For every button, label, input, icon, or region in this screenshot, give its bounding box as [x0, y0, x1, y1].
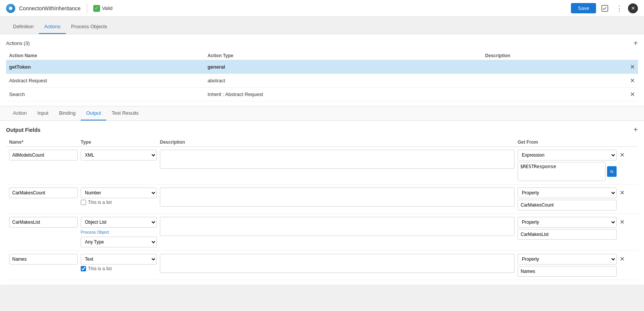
field-getfrom-select-2[interactable]: Expression Property	[518, 217, 617, 228]
table-row[interactable]: Abstract Request abstract ✕	[6, 74, 638, 88]
divider	[87, 4, 87, 13]
action-type-cell: Inherit : Abstract Request	[204, 88, 482, 101]
col-name: Name*	[9, 139, 78, 145]
sub-tab-action[interactable]: Action	[8, 106, 32, 120]
field-delete-col-0: ✕	[620, 150, 635, 159]
field-getfrom-select-3[interactable]: Expression Property	[518, 254, 617, 265]
getfrom-value-row-0: $RESTResponse fx	[518, 162, 617, 181]
field-delete-col-1: ✕	[620, 188, 635, 196]
process-obj-label-2: Process Object	[81, 230, 157, 234]
field-checkbox-label-1: This is a list	[88, 200, 112, 205]
col-description: Description	[482, 51, 623, 60]
output-title: Output Fields	[6, 127, 40, 133]
delete-field-1-button[interactable]: ✕	[620, 188, 625, 196]
field-type-col-2: XML Number Text Object List Process Obje…	[81, 217, 157, 247]
actions-section: Actions (3) + Action Name Action Type De…	[0, 34, 644, 106]
field-getfrom-select-1[interactable]: Expression Property	[518, 188, 617, 198]
more-options-icon-btn[interactable]: ⋮	[614, 3, 625, 14]
field-desc-col-1	[160, 188, 515, 208]
field-getfrom-value-3[interactable]	[518, 266, 617, 277]
tab-definition[interactable]: Definition	[8, 20, 39, 34]
checkmark-icon-btn[interactable]	[599, 3, 611, 14]
delete-row-0-button[interactable]: ✕	[630, 63, 635, 71]
field-name-input-2[interactable]	[9, 217, 78, 228]
field-desc-col-0	[160, 150, 515, 170]
tab-actions[interactable]: Actions	[39, 20, 66, 34]
delete-row-2-button[interactable]: ✕	[630, 91, 635, 98]
table-row[interactable]: Search Inherit : Abstract Request ✕	[6, 88, 638, 101]
col-action-type: Action Type	[204, 51, 482, 60]
top-bar: ConnectorWithInheritance ✓ Valid Save ⋮ …	[0, 0, 644, 17]
delete-field-2-button[interactable]: ✕	[620, 217, 625, 226]
field-name-col-3	[9, 254, 78, 265]
field-desc-textarea-1[interactable]	[160, 188, 515, 207]
action-name-cell: Search	[6, 88, 204, 101]
field-desc-textarea-3[interactable]	[160, 254, 515, 273]
fx-button-0[interactable]: fx	[607, 166, 617, 177]
field-getfrom-col-3: Expression Property	[518, 254, 617, 277]
field-getfrom-value-2[interactable]	[518, 229, 617, 240]
action-name-cell: Abstract Request	[6, 74, 204, 88]
sub-tab-input[interactable]: Input	[32, 106, 54, 120]
delete-row-1-button[interactable]: ✕	[630, 77, 635, 84]
field-name-input-3[interactable]	[9, 254, 78, 265]
field-any-type-select-2[interactable]: Any Type	[81, 237, 157, 247]
sub-tabs: Action Input Binding Output Test Results	[0, 106, 644, 121]
sub-tab-binding[interactable]: Binding	[54, 106, 81, 120]
actions-toggle[interactable]: Actions (3)	[6, 40, 30, 46]
field-desc-col-2	[160, 217, 515, 237]
field-checkbox-1[interactable]	[81, 200, 86, 205]
field-delete-col-3: ✕	[620, 254, 635, 263]
col-type: Type	[81, 139, 157, 145]
field-type-select-1[interactable]: XML Number Text Object List	[81, 188, 157, 198]
field-type-select-0[interactable]: XML Number Text Object List	[81, 150, 157, 160]
field-name-input-1[interactable]	[9, 188, 78, 198]
action-desc-cell	[482, 74, 623, 88]
add-action-button[interactable]: +	[633, 39, 638, 48]
field-row-0: XML Number Text Object List Expression P…	[6, 147, 638, 184]
delete-field-3-button[interactable]: ✕	[620, 254, 625, 263]
field-name-input-0[interactable]	[9, 150, 78, 160]
actions-table: Action Name Action Type Description getT…	[6, 51, 638, 101]
col-actions	[620, 139, 635, 145]
action-desc-cell	[482, 88, 623, 101]
table-row[interactable]: getToken general ✕	[6, 60, 638, 74]
col-action-name: Action Name	[6, 51, 204, 60]
sub-tab-test-results[interactable]: Test Results	[106, 106, 144, 120]
field-checkbox-label-3: This is a list	[88, 266, 112, 271]
field-getfrom-value-1[interactable]	[518, 200, 617, 210]
field-type-col-1: XML Number Text Object List This is a li…	[81, 188, 157, 205]
field-getfrom-col-0: Expression Property $RESTResponse fx	[518, 150, 617, 181]
delete-field-0-button[interactable]: ✕	[620, 150, 625, 159]
field-name-col-0	[9, 150, 78, 160]
field-type-select-2[interactable]: XML Number Text Object List	[81, 217, 157, 228]
action-desc-cell	[482, 60, 623, 74]
field-expression-input-0[interactable]: $RESTResponse	[518, 162, 606, 181]
output-fields-header: Output Fields +	[6, 125, 638, 134]
col-delete	[623, 51, 638, 60]
tab-process-objects[interactable]: Process Objects	[66, 20, 113, 34]
output-section: Action Input Binding Output Test Results…	[0, 106, 644, 285]
field-getfrom-select-0[interactable]: Expression Property	[518, 150, 617, 160]
save-button[interactable]: Save	[571, 3, 596, 13]
field-getfrom-col-1: Expression Property	[518, 188, 617, 210]
fields-table-header: Name* Type Description Get From	[6, 138, 638, 147]
top-bar-right: Save ⋮ ✕	[571, 3, 638, 14]
field-desc-textarea-0[interactable]	[160, 150, 515, 169]
field-row-2: XML Number Text Object List Process Obje…	[6, 214, 638, 251]
field-desc-textarea-2[interactable]	[160, 217, 515, 236]
add-field-button[interactable]: +	[633, 125, 638, 134]
field-type-col-3: XML Number Text Object List This is a li…	[81, 254, 157, 271]
top-bar-left: ConnectorWithInheritance ✓ Valid	[6, 4, 113, 13]
action-name-cell: getToken	[6, 60, 204, 74]
valid-label: Valid	[102, 5, 113, 11]
col-get-from: Get From	[518, 139, 617, 145]
sub-tab-output[interactable]: Output	[81, 106, 106, 120]
close-button[interactable]: ✕	[628, 3, 638, 13]
field-checkbox-3[interactable]	[81, 266, 86, 271]
actions-section-header: Actions (3) +	[6, 39, 638, 48]
output-fields-panel: Output Fields + Name* Type Description G…	[0, 121, 644, 285]
field-type-select-3[interactable]: XML Number Text Object List	[81, 254, 157, 265]
valid-icon: ✓	[93, 5, 100, 12]
field-checkbox-row-3: This is a list	[81, 266, 157, 271]
